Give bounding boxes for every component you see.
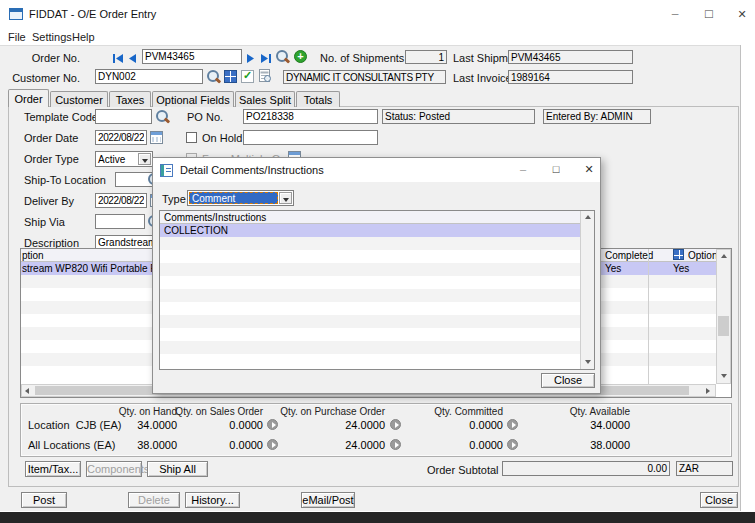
scroll-left-icon[interactable] (22, 385, 35, 396)
qty-cell: 0.0000 (423, 439, 503, 451)
scroll-down-icon[interactable] (717, 370, 730, 383)
next-record-icon[interactable] (246, 53, 256, 65)
qty-purchase-order-header: Qty. on Purchase Order (275, 406, 385, 417)
dialog-minimize-icon[interactable]: – (513, 160, 533, 178)
maximize-icon[interactable] (698, 4, 720, 24)
last-invoice-value: 1989164 (508, 70, 633, 84)
first-record-icon[interactable] (112, 53, 124, 65)
item-tax-button[interactable]: Item/Tax... (25, 461, 81, 477)
dialog-close-icon[interactable]: ✕ (579, 160, 599, 178)
qty-available-header: Qty. Available (520, 406, 630, 417)
ship-via-input[interactable] (95, 214, 145, 229)
order-type-value: Active (98, 154, 137, 165)
qty-cell: 24.0000 (305, 439, 385, 451)
dialog-maximize-icon[interactable]: □ (546, 160, 566, 178)
detail-optional-cell: Yes (673, 262, 689, 275)
deliver-by-label: Deliver By (24, 195, 74, 207)
template-lookup-icon[interactable] (156, 110, 169, 123)
comments-grid: Comments/Instructions COLLECTION (159, 210, 595, 370)
sales-order-drilldown-icon[interactable] (267, 439, 278, 450)
detail-grid-vscrollbar[interactable] (716, 249, 731, 384)
history-button[interactable]: History... (185, 492, 240, 508)
comment-row[interactable]: COLLECTION (160, 224, 580, 237)
order-subtotal-label: Order Subtotal (427, 464, 497, 476)
sales-order-drilldown-icon[interactable] (267, 419, 278, 430)
scroll-right-icon[interactable] (702, 385, 715, 396)
prev-record-icon[interactable] (127, 53, 137, 65)
vscroll-thumb[interactable] (718, 316, 729, 336)
customer-no-input[interactable] (95, 69, 203, 84)
committed-drilldown-icon[interactable] (507, 439, 518, 450)
order-type-dropdown-icon[interactable] (138, 153, 151, 165)
order-subtotal-value: 0.00 (502, 461, 670, 476)
committed-drilldown-icon[interactable] (507, 419, 518, 430)
customer-name: DYNAMIC IT CONSULTANTS PTY (LTD) (283, 70, 446, 84)
menu-file[interactable]: File (8, 31, 26, 43)
dialog-title-bar: Detail Comments/Instructions – □ ✕ (153, 158, 600, 182)
template-code-input[interactable] (95, 109, 152, 124)
tab-taxes[interactable]: Taxes (109, 91, 151, 107)
completed-column-header[interactable]: Completed (605, 250, 653, 261)
close-icon[interactable] (731, 4, 753, 24)
close-button[interactable]: Close (700, 492, 738, 508)
customer-inquiry-icon[interactable] (224, 70, 237, 83)
comments-column-header[interactable]: Comments/Instructions (164, 212, 266, 223)
order-no-input[interactable] (142, 49, 242, 64)
post-button[interactable]: Post (21, 492, 67, 508)
document-preview-icon[interactable] (259, 69, 270, 82)
comments-vscrollbar[interactable] (580, 211, 594, 369)
on-hold-label: On Hold (202, 132, 242, 144)
purchase-order-drilldown-icon[interactable] (390, 419, 401, 430)
customer-no-label: Customer No. (10, 72, 80, 84)
minimize-icon[interactable] (664, 4, 686, 24)
tab-sales-split[interactable]: Sales Split (235, 91, 295, 107)
comments-empty-row (160, 302, 580, 315)
email-post-button[interactable]: eMail/Post (301, 492, 355, 508)
order-type-label: Order Type (24, 153, 79, 165)
comments-empty-row (160, 276, 580, 289)
order-date-input[interactable] (95, 130, 147, 145)
po-no-input[interactable] (243, 109, 378, 124)
template-code-label: Template Code (24, 111, 98, 123)
menu-help[interactable]: Help (72, 31, 95, 43)
menu-bar: File Settings Help (0, 30, 755, 45)
last-record-icon[interactable] (260, 53, 272, 65)
comments-scroll-down-icon[interactable] (581, 356, 594, 369)
window-right-edge (740, 45, 741, 511)
scroll-up-icon[interactable] (717, 250, 730, 263)
new-order-icon[interactable] (294, 50, 307, 63)
last-shipment-value: PVM43465 (508, 50, 633, 64)
purchase-order-drilldown-icon[interactable] (390, 439, 401, 450)
credit-check-icon[interactable] (241, 70, 254, 83)
order-date-calendar-icon[interactable] (150, 131, 163, 144)
qty-cell: 34.0000 (97, 419, 177, 431)
on-hold-checkbox[interactable] (186, 132, 197, 143)
menu-settings[interactable]: Settings (32, 31, 72, 43)
order-lookup-icon[interactable] (276, 50, 289, 63)
components-button: Components... (86, 461, 142, 477)
order-type-select[interactable]: Active (95, 151, 153, 167)
on-hold-reference-field[interactable] (243, 130, 378, 145)
app-icon (9, 8, 23, 20)
comments-empty-row (160, 289, 580, 302)
tab-optional-fields[interactable]: Optional Fields (152, 91, 234, 107)
customer-lookup-icon[interactable] (207, 70, 220, 83)
type-selected-value: Comment (189, 192, 278, 204)
qty-cell: 24.0000 (305, 419, 385, 431)
ship-all-button[interactable]: Ship All (147, 461, 208, 477)
ship-via-label: Ship Via (24, 216, 65, 228)
tab-totals[interactable]: Totals (296, 91, 340, 107)
order-date-label: Order Date (24, 132, 78, 144)
dialog-close-button[interactable]: Close (541, 373, 595, 388)
deliver-by-input[interactable] (95, 193, 147, 208)
type-select[interactable]: Comment (187, 190, 294, 206)
comments-scroll-up-icon[interactable] (581, 211, 594, 224)
status-display: Status: Posted (382, 109, 535, 124)
comments-grid-body: COLLECTION (160, 224, 580, 369)
type-dropdown-icon[interactable] (279, 192, 292, 204)
qty-cell: 0.0000 (183, 439, 263, 451)
qty-cell: 34.0000 (550, 419, 630, 431)
description-column-header[interactable]: ption (22, 250, 44, 261)
tab-order[interactable]: Order (8, 89, 49, 107)
tab-customer[interactable]: Customer (50, 91, 108, 107)
